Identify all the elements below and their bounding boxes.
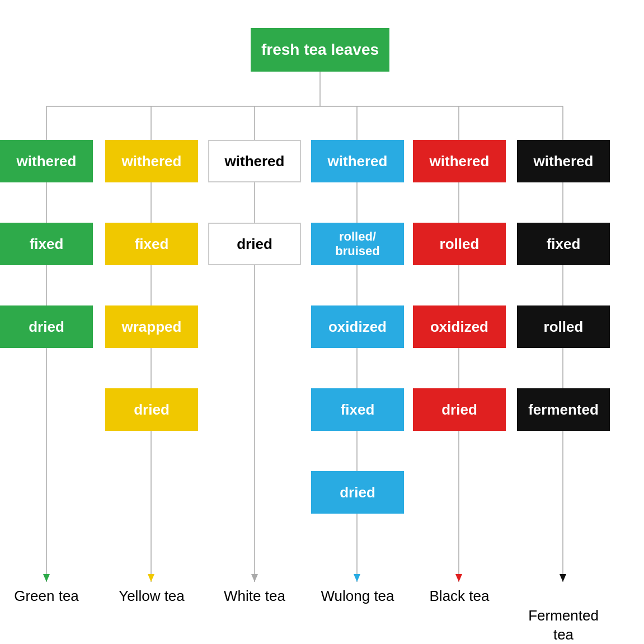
fermented-step-3: rolled: [517, 305, 610, 348]
wulong-step-2: rolled/bruised: [311, 223, 404, 265]
svg-marker-30: [455, 574, 462, 582]
black-step-4: dried: [413, 388, 506, 431]
yellow-step-1: withered: [105, 140, 198, 182]
fermented-step-4: fermented: [517, 388, 610, 431]
white-step-2: dried: [208, 223, 301, 265]
wulong-step-5: dried: [311, 471, 404, 514]
svg-marker-25: [354, 574, 360, 582]
fermented-step-1: withered: [517, 140, 610, 182]
black-step-1: withered: [413, 140, 506, 182]
root-node: fresh tea leaves: [251, 28, 389, 72]
yellow-step-3: wrapped: [105, 305, 198, 348]
yellow-step-4: dried: [105, 388, 198, 431]
svg-marker-11: [43, 574, 50, 582]
wulong-step-3: oxidized: [311, 305, 404, 348]
fermented-tea-label: Fermentedtea: [517, 587, 610, 644]
yellow-step-2: fixed: [105, 223, 198, 265]
svg-marker-19: [251, 574, 258, 582]
wulong-step-4: fixed: [311, 388, 404, 431]
green-step-3: dried: [0, 305, 93, 348]
wulong-step-1: withered: [311, 140, 404, 182]
black-step-3: oxidized: [413, 305, 506, 348]
green-tea-label: Green tea: [0, 587, 93, 605]
wulong-tea-label: Wulong tea: [311, 587, 404, 605]
fermented-step-2: fixed: [517, 223, 610, 265]
black-tea-label: Black tea: [413, 587, 506, 605]
black-step-2: rolled: [413, 223, 506, 265]
green-step-2: fixed: [0, 223, 93, 265]
white-tea-label: White tea: [208, 587, 301, 605]
svg-marker-16: [148, 574, 154, 582]
svg-marker-35: [560, 574, 566, 582]
white-step-1: withered: [208, 140, 301, 182]
diagram: fresh tea leaves withered withered withe…: [0, 0, 644, 644]
green-step-1: withered: [0, 140, 93, 182]
yellow-tea-label: Yellow tea: [105, 587, 198, 605]
